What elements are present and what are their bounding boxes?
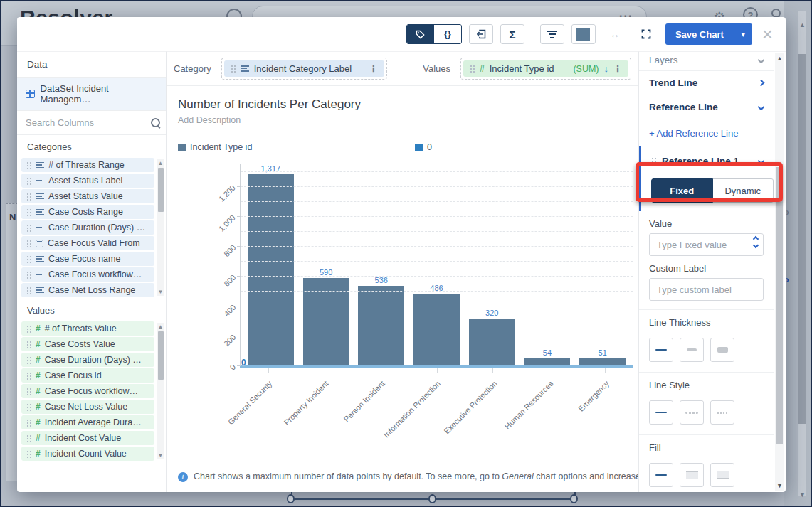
value-column-item[interactable]: #Case Net Loss Value [21, 400, 154, 414]
fixed-value-input[interactable] [649, 233, 764, 256]
bar[interactable] [358, 286, 404, 366]
value-stepper[interactable] [754, 237, 758, 247]
add-description[interactable]: Add Description [178, 115, 627, 125]
thickness-thin-button[interactable] [649, 338, 673, 362]
insert-label-button[interactable] [469, 24, 493, 44]
category-column-item[interactable]: Case Focus Valid From [21, 236, 154, 250]
background-panel-edge [6, 203, 18, 481]
field-menu-icon[interactable]: ⋮ [613, 65, 622, 73]
thickness-thick-button[interactable] [710, 338, 734, 362]
categories-scrollbar[interactable]: ▲ ▼ [157, 159, 164, 296]
fill-above-button[interactable] [710, 463, 734, 487]
background-scrollbar [798, 11, 806, 496]
category-column-item[interactable]: Case Net Loss Range [21, 283, 154, 297]
drag-handle-icon [26, 161, 31, 169]
layers-header[interactable]: Layers [639, 52, 774, 71]
tag-labels-button[interactable] [407, 25, 434, 43]
fullscreen-button[interactable] [634, 24, 658, 44]
bar[interactable] [413, 294, 460, 366]
column-label: Case Duration (Days) … [48, 223, 145, 233]
value-column-item[interactable]: #Incident Average Dura… [21, 415, 154, 429]
values-scrollbar[interactable]: ▲ ▼ [157, 323, 164, 459]
custom-label-input[interactable] [649, 278, 764, 301]
sort-descending-icon[interactable]: ↓ [604, 63, 609, 74]
style-solid-button[interactable] [649, 400, 673, 425]
values-field-pill[interactable]: # Incident Type id (SUM) ↓ ⋮ [463, 60, 628, 77]
reference-line-1-header[interactable]: Reference Line 1 [641, 146, 774, 173]
text-field-icon [36, 192, 44, 201]
category-column-item[interactable]: # of Threats Range [21, 158, 154, 172]
bar-value-label: 536 [375, 276, 388, 284]
chevron-down-icon [758, 104, 765, 111]
add-reference-line-link[interactable]: + Add Reference Line [639, 119, 774, 146]
search-columns-input[interactable] [26, 117, 151, 128]
category-column-item[interactable]: Case Costs Range [21, 205, 154, 219]
x-axis-labels: General SecurityProperty IncidentPerson … [240, 375, 633, 446]
scroll-down-icon[interactable]: ▼ [775, 482, 784, 489]
tag-icon [416, 30, 425, 39]
category-column-item[interactable]: Case Duration (Days) … [21, 220, 154, 235]
chart-title[interactable]: Number of Incidents Per Category [178, 97, 627, 112]
drag-handle-icon [26, 287, 31, 294]
color-button[interactable] [571, 24, 596, 44]
scroll-up-icon[interactable]: ▲ [775, 55, 784, 62]
values-drop-zone[interactable]: # Incident Type id (SUM) ↓ ⋮ [460, 58, 631, 80]
category-field-pill[interactable]: Incident Category Label ⋮ [224, 60, 384, 77]
save-chart-button[interactable]: Save Chart [665, 23, 734, 45]
column-label: Case Focus Valid From [48, 238, 140, 248]
number-icon: # [36, 324, 41, 333]
value-column-item[interactable]: #Case Duration (Days) … [21, 353, 154, 367]
aggregation-badge[interactable]: (SUM) [573, 64, 599, 74]
value-column-item[interactable]: #Incident Count Value [21, 447, 154, 461]
category-column-item[interactable]: Asset Status Label [21, 174, 154, 188]
trend-line-section[interactable]: Trend Line [639, 71, 774, 95]
fill-below-button[interactable] [680, 463, 704, 487]
reference-line-section[interactable]: Reference Line [639, 95, 774, 119]
category-column-item[interactable]: Case Focus workflow… [21, 267, 154, 282]
fill-options [639, 457, 774, 489]
bar[interactable] [248, 174, 294, 366]
save-chart-caret-button[interactable]: ▾ [734, 23, 752, 45]
bar[interactable] [469, 319, 515, 366]
style-dotted-button[interactable] [710, 400, 734, 425]
category-drop-zone[interactable]: Incident Category Label ⋮ [221, 58, 387, 80]
filter-button[interactable] [540, 24, 564, 44]
fill-none-button[interactable] [649, 463, 673, 487]
gridline [241, 321, 633, 321]
drag-handle-icon [26, 255, 31, 263]
fill-label: Fill [639, 435, 774, 457]
aggregate-button[interactable]: Σ [500, 24, 524, 44]
value-column-item[interactable]: #Case Focus workflow… [21, 384, 154, 398]
bar-width-button[interactable]: ↔ [603, 24, 627, 44]
style-dashed-button[interactable] [680, 400, 704, 425]
timeline-handle [428, 494, 436, 503]
number-icon: # [36, 370, 41, 380]
category-column-item[interactable]: Case Focus name [21, 252, 154, 266]
close-button[interactable]: × [759, 27, 776, 41]
fixed-tab[interactable]: Fixed [651, 178, 713, 203]
braces-labels-button[interactable]: {} [434, 25, 461, 43]
value-column-item[interactable]: ## of Threats Value [21, 321, 154, 336]
chevron-right-icon [758, 80, 765, 87]
gridline [241, 171, 633, 172]
dynamic-tab[interactable]: Dynamic [713, 178, 774, 203]
layers-panel-scrollbar[interactable]: ▲ ▼ [775, 53, 784, 491]
field-menu-icon[interactable]: ⋮ [369, 65, 378, 73]
thickness-medium-button[interactable] [680, 338, 704, 362]
legend-item-series[interactable]: Incident Type id [178, 142, 415, 152]
custom-label-label: Custom Label [639, 256, 774, 278]
drag-handle-icon [26, 193, 31, 201]
legend-item-reference-line[interactable]: 0 [415, 142, 432, 152]
value-column-item[interactable]: #Case Focus id [21, 368, 154, 383]
value-column-item[interactable]: #Case Costs Value [21, 337, 154, 351]
scroll-down-icon[interactable]: ▼ [157, 289, 164, 295]
value-column-item[interactable]: #Incident Cost Value [21, 431, 154, 445]
stepper-up-icon[interactable] [753, 236, 759, 242]
category-column-item[interactable]: Asset Status Value [21, 189, 154, 203]
scroll-up-icon[interactable]: ▲ [157, 160, 164, 166]
dataset-item[interactable]: DataSet Incident Managem… [17, 78, 166, 111]
scroll-up-icon[interactable]: ▲ [157, 324, 164, 330]
line-style-label: Line Style [639, 373, 774, 395]
scroll-down-icon[interactable]: ▼ [157, 452, 164, 459]
stepper-down-icon[interactable] [753, 242, 759, 248]
